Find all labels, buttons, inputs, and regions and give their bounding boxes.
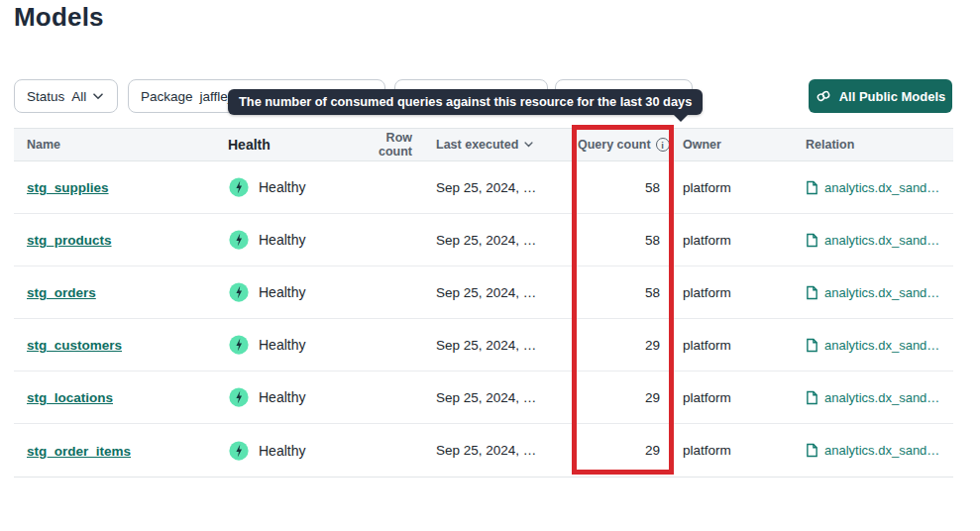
healthy-badge-icon [228,176,250,198]
relation-link[interactable]: analytics.dx_sand… [824,443,939,458]
model-link[interactable]: stg_customers [27,338,122,353]
status-filter-label: Status [27,89,64,104]
col-header-last-executed[interactable]: Last executed [436,138,573,152]
all-public-models-button[interactable]: All Public Models [809,79,952,113]
col-header-row-count: Row count [357,131,436,159]
col-header-query-count: Query count i [573,138,674,152]
table-row: stg_supplies Healthy Sep 25, 2024, … 58 … [14,161,953,214]
owner-cell: platform [674,180,806,195]
owner-cell: platform [674,443,806,458]
health-label: Healthy [259,337,305,353]
owner-cell: platform [674,233,806,248]
last-executed-cell: Sep 25, 2024, … [436,285,573,300]
model-link[interactable]: stg_supplies [27,180,109,195]
document-icon [806,285,818,300]
health-label: Healthy [259,179,305,195]
query-count-cell: 29 [573,338,674,353]
owner-cell: platform [674,285,806,300]
col-header-name: Name [14,138,228,152]
query-count-cell: 58 [573,285,674,300]
relation-link[interactable]: analytics.dx_sand… [824,338,939,353]
healthy-badge-icon [228,440,250,462]
col-header-health: Health [228,137,357,153]
status-filter[interactable]: Status All [14,79,118,113]
relation-link[interactable]: analytics.dx_sand… [824,285,939,300]
health-label: Healthy [259,443,305,459]
query-count-cell: 58 [573,180,674,195]
model-link[interactable]: stg_locations [27,390,113,405]
tooltip-text: The number of consumed queries against t… [239,94,692,109]
info-icon[interactable]: i [656,138,670,152]
document-icon [806,390,818,405]
last-executed-cell: Sep 25, 2024, … [436,390,573,405]
last-executed-cell: Sep 25, 2024, … [436,338,573,353]
status-filter-value: All [71,89,86,104]
last-executed-cell: Sep 25, 2024, … [436,180,573,195]
document-icon [806,443,818,458]
col-header-relation: Relation [806,138,953,152]
last-executed-cell: Sep 25, 2024, … [436,233,573,248]
link-icon [816,88,831,104]
models-table: Name Health Row count Last executed Quer… [14,128,953,478]
last-executed-cell: Sep 25, 2024, … [436,443,573,458]
last-executed-label: Last executed [436,138,518,152]
healthy-badge-icon [228,229,250,251]
document-icon [806,233,818,248]
col-header-owner: Owner [674,138,806,152]
model-link[interactable]: stg_products [27,233,112,248]
document-icon [806,180,818,195]
health-label: Healthy [259,389,305,405]
query-count-cell: 29 [573,390,674,405]
table-row: stg_order_items Healthy Sep 25, 2024, … … [14,424,953,477]
owner-cell: platform [674,390,806,405]
sort-chevron-down-icon [524,142,534,149]
health-label: Healthy [259,284,305,300]
package-filter-label: Package [141,89,193,104]
owner-cell: platform [674,338,806,353]
healthy-badge-icon [228,334,250,356]
relation-link[interactable]: analytics.dx_sand… [824,390,939,405]
query-count-cell: 29 [573,443,674,458]
query-count-cell: 58 [573,233,674,248]
table-row: stg_customers Healthy Sep 25, 2024, … 29… [14,319,953,372]
healthy-badge-icon [228,386,250,408]
table-row: stg_products Healthy Sep 25, 2024, … 58 … [14,214,953,266]
relation-link[interactable]: analytics.dx_sand… [824,180,939,195]
query-count-label: Query count [578,138,651,152]
all-public-models-label: All Public Models [839,89,946,104]
relation-link[interactable]: analytics.dx_sand… [824,233,939,248]
table-row: stg_orders Healthy Sep 25, 2024, … 58 pl… [14,266,953,319]
query-count-tooltip: The number of consumed queries against t… [228,89,703,115]
table-header-row: Name Health Row count Last executed Quer… [14,129,953,161]
healthy-badge-icon [228,281,250,303]
document-icon [806,338,818,353]
page-title: Models [14,2,104,33]
table-row: stg_locations Healthy Sep 25, 2024, … 29… [14,372,953,424]
model-link[interactable]: stg_order_items [27,444,131,459]
model-link[interactable]: stg_orders [27,285,96,300]
chevron-down-icon [93,93,103,100]
models-page: Models Status All Package jaffle_ All Pu… [0,0,980,531]
health-label: Healthy [259,232,305,248]
